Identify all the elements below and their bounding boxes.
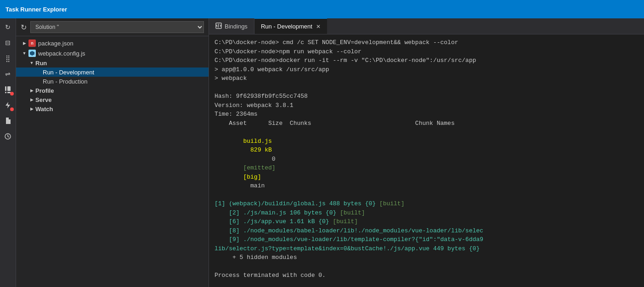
term-line-version: Version: webpack 3.8.1 — [215, 101, 638, 110]
tree-item-run-production[interactable]: Run - Production — [16, 77, 209, 86]
arrow-webpack-config: ▼ — [21, 50, 28, 57]
asset-emitted: [emitted] — [243, 164, 282, 171]
sidebar-icon-lightning[interactable] — [3, 100, 13, 110]
tree-item-profile-group[interactable]: ▶ Profile — [16, 86, 209, 95]
arrow-run: ▼ — [28, 59, 35, 67]
refresh-button[interactable]: ↻ — [21, 23, 27, 32]
term-line-hash: Hash: 9f62938fb9fc55cc7458 — [215, 92, 638, 101]
tree-item-serve-group[interactable]: ▶ Serve — [16, 95, 209, 104]
sidebar-icon-warning[interactable] — [3, 84, 13, 95]
label-package-json: package.json — [38, 40, 73, 47]
term-line-module-2: [2] ./js/main.js 106 bytes {0} [built] — [215, 208, 638, 218]
lightning-error-badge — [10, 107, 14, 111]
term-line-header: Asset Size Chunks Chunk Names — [215, 119, 638, 128]
tab-run-development[interactable]: Run - Development ✕ — [254, 18, 327, 34]
term-line-3: C:\PD\docker-node>docker run -it --rm -v… — [215, 56, 638, 65]
output-panel: Bindings Run - Development ✕ C:\PD\docke… — [209, 18, 644, 287]
term-line-1: C:\PD\docker-node> cmd /c SET NODE_ENV=d… — [215, 38, 638, 47]
svg-rect-0 — [5, 86, 6, 91]
svg-rect-2 — [7, 86, 11, 91]
title-bar: Task Runner Explorer — [0, 0, 644, 18]
sidebar-icon-refresh[interactable]: ↻ — [3, 22, 13, 32]
term-line-module-6: [6] ./js/app.vue 1.61 kB {0} [built] — [215, 217, 638, 226]
asset-name: main — [243, 182, 265, 189]
title-text: Task Runner Explorer — [6, 6, 67, 13]
icon-npm: n — [28, 39, 36, 47]
term-line-5: > webpack — [215, 74, 638, 83]
error-badge — [10, 92, 14, 96]
label-profile-group: Profile — [35, 87, 54, 94]
term-line-4: > app@1.0.0 webpack /usr/src/app — [215, 65, 638, 74]
sidebar-icon-grid[interactable]: ⣿ — [3, 53, 13, 63]
tabs-bar: Bindings Run - Development ✕ — [209, 18, 644, 34]
arrow-profile: ▶ — [28, 87, 35, 94]
sidebar-icon-history[interactable] — [3, 131, 13, 141]
arrow-run-production — [35, 78, 43, 85]
term-line-time: Time: 2364ms — [215, 110, 638, 119]
arrow-package-json: ▶ — [21, 39, 28, 47]
bindings-icon — [215, 23, 222, 30]
label-run-production: Run - Production — [43, 78, 88, 85]
tree-item-webpack-config[interactable]: ▼ webpack.config.js — [16, 48, 209, 58]
icon-webpack — [28, 49, 36, 57]
label-run-development: Run - Development — [43, 69, 94, 76]
active-tab-label: Run - Development — [261, 23, 312, 30]
sidebar-icons: ↻ ⊟ ⣿ ⇌ — [0, 18, 16, 287]
tree-item-package-json[interactable]: ▶ n package.json — [16, 38, 209, 48]
solution-select[interactable]: Solution '' — [30, 21, 204, 33]
term-line-blank — [215, 262, 638, 271]
tab-bindings[interactable]: Bindings — [209, 18, 254, 34]
term-line-module-8: [8] ./node_modules/babel-loader/lib!./no… — [215, 226, 638, 236]
tree-item-run-group[interactable]: ▼ Run — [16, 58, 209, 68]
tree-item-watch-group[interactable]: ▶ Watch — [16, 104, 209, 113]
sidebar-icon-file[interactable] — [3, 116, 13, 126]
tree-panel: ↻ Solution '' ▶ n package.json ▼ webpack… — [16, 18, 209, 287]
tab-close-button[interactable]: ✕ — [316, 24, 321, 29]
terminal-output[interactable]: C:\PD\docker-node> cmd /c SET NODE_ENV=d… — [209, 34, 644, 287]
term-line-2: C:\PD\docker-node>npm run webpack --colo… — [215, 47, 638, 56]
tab-bindings-label: Bindings — [225, 23, 248, 30]
term-line-module-1: [1] (webpack)/buildin/global.js 488 byte… — [215, 199, 638, 208]
asset-size: 829 kB — [243, 146, 271, 153]
label-run-group: Run — [35, 60, 47, 67]
term-line-asset: build.js 829 kB 0 [emitted] [big] main — [215, 128, 638, 199]
arrow-watch: ▶ — [28, 105, 35, 113]
arrow-run-development — [35, 68, 43, 76]
sidebar-icon-split[interactable]: ⊟ — [3, 38, 13, 48]
term-line-hidden: + 5 hidden modules — [215, 253, 638, 262]
label-serve-group: Serve — [35, 96, 51, 103]
svg-rect-1 — [5, 92, 6, 93]
term-line-module-9: [9] ./node_modules/vue-loader/lib/templa… — [215, 235, 638, 244]
arrow-serve: ▶ — [28, 96, 35, 103]
label-webpack-config: webpack.config.js — [38, 50, 85, 57]
term-line-terminated: Process terminated with code 0. — [215, 271, 638, 280]
tree-item-run-development[interactable]: Run - Development — [16, 68, 209, 77]
tree-content: ▶ n package.json ▼ webpack.config.js ▼ R… — [16, 36, 209, 287]
label-watch-group: Watch — [35, 106, 53, 113]
tree-toolbar: ↻ Solution '' — [16, 18, 209, 36]
term-line-6 — [215, 83, 638, 92]
asset-filename: build.js — [243, 138, 271, 145]
asset-big: [big] — [243, 174, 261, 180]
sidebar-icon-connections[interactable]: ⇌ — [3, 69, 13, 79]
asset-chunks: 0 — [243, 156, 282, 163]
term-line-module-9b: lib/selector.js?type=template&index=0&bu… — [215, 244, 638, 253]
